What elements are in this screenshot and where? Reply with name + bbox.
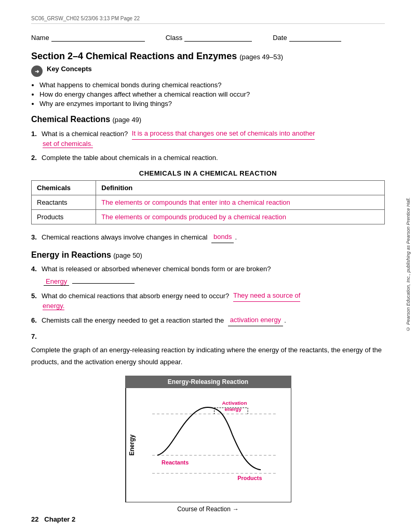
page: SC06_GRSW_CH02 5/23/06 3:13 PM Page 22 N… [0, 0, 416, 532]
graph-svg: Reactants Products Activation energy [143, 393, 286, 486]
section-title-text: Section 2–4 Chemical Reactions and Enzym… [31, 51, 237, 61]
q2-line: 2. Complete the table about chemicals in… [31, 152, 385, 164]
svg-text:energy: energy [224, 406, 241, 411]
date-underline [289, 33, 341, 42]
graph-title: Energy-Releasing Reaction [125, 376, 291, 388]
q2-num: 2. [31, 152, 41, 164]
q7-text: Complete the graph of an energy-releasin… [31, 344, 385, 368]
key-icon: ➜ [31, 65, 43, 77]
bullet-1: What happens to chemical bonds during ch… [39, 81, 385, 89]
q4-text: What is released or absorbed whenever ch… [42, 263, 271, 275]
q6-num: 6. [31, 314, 41, 326]
q4-num: 4. [31, 263, 41, 275]
svg-text:Products: Products [237, 475, 262, 481]
question-3: 3. Chemical reactions always involve cha… [31, 231, 385, 243]
question-2: 2. Complete the table about chemicals in… [31, 152, 385, 164]
x-axis-label: Course of Reaction → [125, 506, 291, 513]
header-text: SC06_GRSW_CH02 5/23/06 3:13 PM Page 22 [31, 16, 140, 21]
name-underline [51, 33, 145, 42]
class-underline [184, 33, 252, 42]
q2-text: Complete the table about chemicals in a … [42, 152, 218, 164]
name-label: Name [31, 34, 49, 42]
q1-num: 1. [31, 128, 41, 140]
page-footer: 22 Chapter 2 [31, 515, 75, 523]
chemical-reactions-title: Chemical Reactions (page 49) [31, 115, 385, 124]
q7-num: 7. [31, 330, 41, 342]
q1-answer-line2: set of chemicals. [43, 140, 93, 148]
graph-inner: Energy Reactants Products [125, 388, 291, 502]
section-title: Section 2–4 Chemical Reactions and Enzym… [31, 51, 385, 62]
q4-blank [72, 275, 135, 284]
key-concepts-list: What happens to chemical bonds during ch… [39, 81, 385, 108]
publisher-side-text: © Pearson Education, Inc., publishing as… [406, 197, 411, 331]
reactants-definition: The elements or compounds that enter int… [96, 195, 385, 209]
svg-text:Activation: Activation [222, 400, 247, 405]
q6-line: 6. Chemists call the energy needed to ge… [31, 314, 385, 326]
q5-answer2: energy. [43, 302, 64, 310]
graph-area: Reactants Products Activation energy [138, 388, 291, 502]
table-row-products: Products The elements or compounds produ… [32, 209, 385, 224]
class-field: Class [166, 33, 252, 42]
question-1: 1. What is a chemical reaction? It is a … [31, 127, 385, 148]
q4-line: 4. What is released or absorbed whenever… [31, 263, 385, 275]
name-class-date-line: Name Class Date [31, 33, 385, 42]
col-chemicals: Chemicals [32, 180, 96, 195]
y-axis-label: Energy [126, 388, 138, 502]
q5-answer1: They need a source of [233, 289, 300, 302]
key-concepts-block: ➜ Key Concepts [31, 65, 385, 77]
chemicals-table: Chemicals Definition Reactants The eleme… [31, 180, 385, 224]
table-row-reactants: Reactants The elements or compounds that… [32, 195, 385, 209]
q1-text: What is a chemical reaction? [42, 128, 128, 140]
table-title: CHEMICALS IN A CHEMICAL REACTION [31, 169, 385, 177]
date-label: Date [273, 34, 287, 42]
q1-line: 1. What is a chemical reaction? It is a … [31, 127, 385, 140]
q3-answer: bonds [211, 231, 234, 243]
svg-text:➜: ➜ [35, 69, 39, 74]
question-5: 5. What do chemical reactions that absor… [31, 289, 385, 310]
q4-answer: Energy [44, 277, 69, 286]
energy-reactions-title: Energy in Reactions (page 50) [31, 250, 385, 260]
q3-num: 3. [31, 231, 41, 243]
class-label: Class [166, 34, 183, 42]
arrow-icon: → [233, 506, 239, 513]
graph-container: Energy-Releasing Reaction Energy Reacta [125, 376, 291, 513]
bullet-2: How do energy changes affect whether a c… [39, 90, 385, 98]
q5-text: What do chemical reactions that absorb e… [42, 290, 229, 302]
question-7: 7. Complete the graph of an energy-relea… [31, 330, 385, 368]
products-definition: The elements or compounds produced by a … [96, 209, 385, 224]
q5-num: 5. [31, 290, 41, 302]
key-concepts-label: Key Concepts [47, 65, 92, 73]
date-field: Date [273, 33, 341, 42]
q5-line: 5. What do chemical reactions that absor… [31, 289, 385, 302]
svg-text:Reactants: Reactants [162, 459, 189, 466]
question-4: 4. What is released or absorbed whenever… [31, 263, 385, 285]
q1-answer: It is a process that changes one set of … [132, 127, 315, 140]
q3-line: 3. Chemical reactions always involve cha… [31, 231, 385, 243]
header-bar: SC06_GRSW_CH02 5/23/06 3:13 PM Page 22 [31, 16, 385, 24]
bullet-3: Why are enzymes important to living thin… [39, 100, 385, 108]
products-label: Products [32, 209, 96, 224]
question-6: 6. Chemists call the energy needed to ge… [31, 314, 385, 326]
q6-text: Chemists call the energy needed to get a… [42, 314, 224, 326]
q7-line: 7. Complete the graph of an energy-relea… [31, 330, 385, 368]
q6-answer: activation energy [228, 314, 283, 326]
q3-text: Chemical reactions always involve change… [42, 231, 207, 243]
name-field: Name [31, 33, 145, 42]
col-definition: Definition [96, 180, 385, 195]
pages-note: (pages 49–53) [239, 53, 283, 61]
reactants-label: Reactants [32, 195, 96, 209]
